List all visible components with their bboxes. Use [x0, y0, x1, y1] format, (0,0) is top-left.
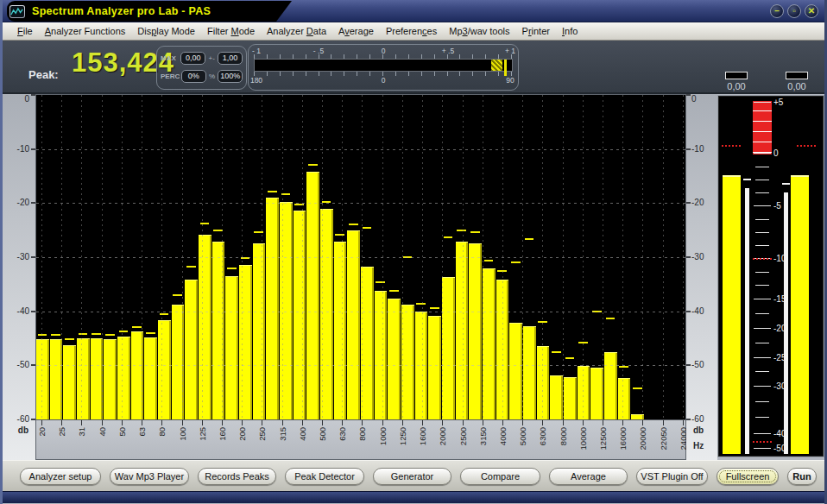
freq-tick-mark — [182, 420, 183, 425]
db-tick-label: -40 — [691, 306, 704, 315]
vu-peak-bar-left — [745, 188, 749, 454]
spectrum-bar-fill — [131, 331, 144, 419]
spectrum-bar — [415, 95, 429, 419]
spectrum-bar — [496, 95, 510, 419]
maximize-icon[interactable]: ▫ — [787, 4, 801, 18]
db-tick-mark — [31, 148, 35, 150]
spectrum-bar — [144, 95, 158, 419]
menu-item-filter-mode[interactable]: Filter Mode — [201, 24, 261, 38]
db-unit-label: db — [693, 425, 704, 435]
db-tick-label: -10 — [691, 143, 704, 153]
peak-hold-marker — [525, 238, 534, 240]
vu-scale-minor-tick — [755, 167, 769, 167]
db-tick-label: -50 — [691, 360, 704, 369]
peak-hold-marker — [227, 268, 237, 269]
max-input[interactable]: 0,00 — [180, 52, 205, 65]
vu-scale-tick — [754, 153, 771, 154]
freq-tick-mark — [202, 420, 203, 425]
peak-hold-marker — [241, 257, 250, 259]
close-icon[interactable]: ✕ — [805, 4, 818, 18]
spectrum-bar-fill — [590, 368, 603, 419]
freq-tick-label: 315 — [277, 427, 287, 441]
menu-item-info[interactable]: Info — [556, 24, 584, 38]
freq-tick-mark — [262, 420, 262, 425]
menu-item-display-mode[interactable]: Display Mode — [131, 24, 201, 38]
spectrum-bar — [117, 95, 131, 419]
freq-tick-mark — [402, 420, 403, 425]
spectrum-bar-fill — [212, 242, 225, 419]
freq-tick-label: 20000 — [638, 427, 647, 450]
button-wav-mp3-player[interactable]: Wav Mp3 Player — [110, 468, 189, 485]
menu-item-analyzer-functions[interactable]: Analyzer Functions — [39, 24, 132, 38]
button-average[interactable]: Average — [549, 468, 628, 485]
spectrum-bar — [618, 95, 632, 419]
spectrum-bar-fill — [537, 346, 550, 419]
max-perc-group: MAX 0,00 +- 1,00 PERC 0% % 100% — [156, 46, 247, 90]
spectrum-plot[interactable] — [36, 95, 685, 419]
spectrum-bar-fill — [199, 235, 211, 419]
perc-input[interactable]: 0% — [181, 70, 206, 83]
spectrum-bar — [63, 95, 77, 419]
peak-hold-marker — [322, 201, 331, 203]
vu-scale-tick — [754, 205, 771, 206]
app-window: Spectrum Analyzer pro Lab - PAS – ▫ ✕ Fi… — [0, 0, 827, 504]
freq-tick-mark — [122, 420, 123, 425]
slider-handle[interactable] — [491, 60, 502, 71]
freq-tick-mark — [242, 420, 243, 425]
app-logo-icon — [9, 5, 25, 18]
spectrum-bar-fill — [77, 338, 90, 419]
peak-hold-marker — [363, 227, 372, 229]
window-title: Spectrum Analyzer pro Lab - PAS — [32, 5, 211, 17]
spectrum-bar-fill — [266, 198, 279, 419]
peak-hold-marker — [132, 326, 142, 328]
spectrum-bar — [428, 95, 442, 419]
window-controls: – ▫ ✕ — [770, 4, 818, 18]
spectrum-bar — [442, 95, 456, 419]
menu-item-average[interactable]: Average — [332, 24, 380, 38]
db-tick-mark — [31, 419, 35, 420]
spectrum-bar-fill — [361, 267, 374, 419]
freq-tick-label: 125 — [197, 427, 206, 441]
vu-scale-tick — [754, 433, 771, 434]
button-records-peaks[interactable]: Records Peaks — [198, 468, 276, 485]
max-input-2[interactable]: 1,00 — [218, 52, 243, 65]
max-label: MAX — [161, 54, 179, 62]
button-compare[interactable]: Compare — [460, 468, 540, 485]
peak-hold-marker — [565, 357, 575, 359]
freq-tick-mark — [322, 420, 323, 425]
button-peak-detector[interactable]: Peak Detector — [285, 468, 364, 485]
db-tick-label: -60 — [17, 414, 29, 424]
freq-tick-label: 1000 — [377, 427, 387, 445]
button-vst-plugin-off[interactable]: VST Plugin Off — [636, 468, 708, 485]
peak-hold-marker — [633, 387, 642, 389]
button-run[interactable]: Run — [787, 468, 817, 485]
peak-hold-marker — [51, 334, 60, 336]
button-generator[interactable]: Generator — [373, 468, 451, 485]
vu-scale-tick — [754, 386, 771, 387]
peak-hold-marker — [173, 294, 182, 296]
slider-track[interactable] — [254, 59, 513, 72]
perc-input-2[interactable]: 100% — [218, 70, 243, 83]
menu-item-analyzer-data[interactable]: Analyzer Data — [261, 24, 332, 38]
menu-item-preferences[interactable]: Preferences — [380, 24, 443, 38]
status-bar — [3, 491, 824, 503]
spectrum-bar — [334, 95, 348, 419]
spectrum-bar-fill — [280, 202, 293, 419]
readout-right-value: 0,00 — [778, 81, 816, 91]
button-analyzer-setup[interactable]: Analyzer setup — [20, 468, 101, 485]
freq-tick-mark — [382, 420, 383, 425]
menu-item-mp3-wav-tools[interactable]: Mp3/wav tools — [443, 24, 515, 38]
button-fullscreen[interactable]: Fullscreen — [717, 468, 779, 485]
freq-tick-label: 100 — [177, 427, 186, 441]
spectrum-bar-fill — [456, 242, 469, 419]
menu-item-file[interactable]: File — [11, 24, 39, 38]
menu-item-printer[interactable]: Printer — [516, 24, 556, 38]
peak-hold-marker — [606, 318, 616, 319]
peak-hold-marker — [268, 191, 277, 192]
peak-hold-marker — [38, 334, 47, 336]
spectrum-bar — [631, 95, 645, 419]
spectrum-bar — [564, 95, 578, 419]
peak-hold-marker — [552, 351, 561, 353]
minimize-icon[interactable]: – — [770, 4, 784, 18]
spectrum-bar — [280, 95, 294, 419]
